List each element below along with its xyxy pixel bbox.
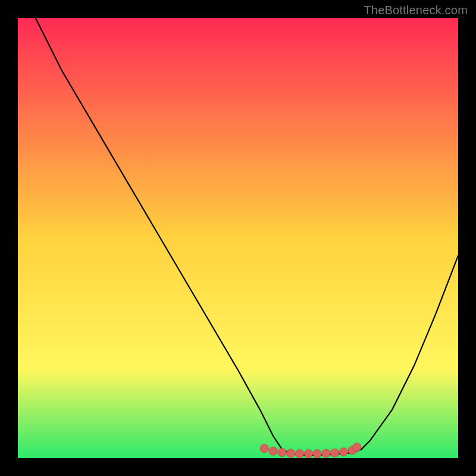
optimum-marker: [287, 449, 295, 458]
optimum-marker: [353, 443, 361, 452]
optimum-marker: [269, 447, 277, 455]
svg-rect-1: [0, 0, 18, 476]
optimum-marker: [322, 449, 330, 458]
optimum-marker: [340, 448, 348, 456]
plot-background: [18, 18, 458, 458]
optimum-marker: [260, 444, 268, 453]
optimum-marker: [313, 450, 321, 458]
optimum-marker: [278, 448, 286, 456]
optimum-marker: [304, 450, 312, 458]
watermark-label: TheBottleneck.com: [364, 4, 468, 17]
svg-rect-4: [0, 458, 476, 476]
optimum-marker: [331, 449, 339, 457]
svg-rect-2: [458, 0, 476, 476]
chart-container: TheBottleneck.com: [0, 0, 476, 476]
chart-svg: [0, 0, 476, 476]
optimum-marker: [296, 450, 304, 458]
